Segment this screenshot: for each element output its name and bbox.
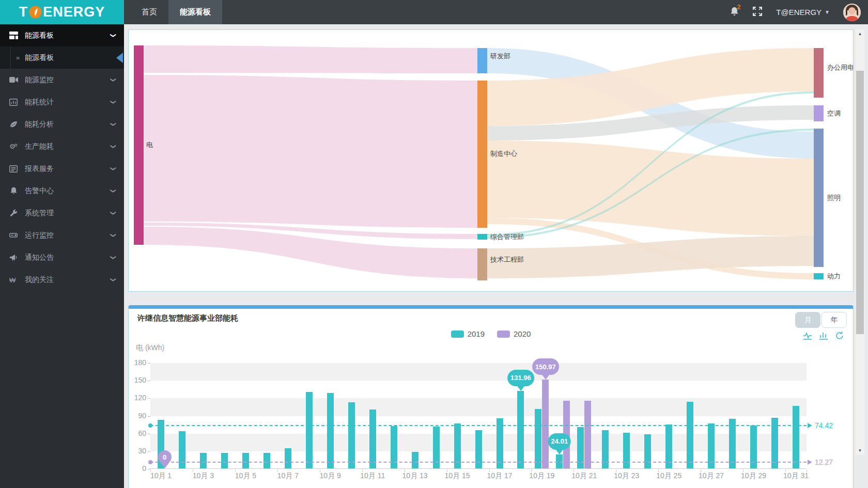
svg-text:⚙: ⚙ bbox=[14, 143, 18, 148]
x-axis-tick-label: 10月 21 bbox=[563, 471, 606, 481]
y-axis-tick-label: 90 bbox=[129, 412, 146, 420]
sankey-node-bangongyongdian[interactable] bbox=[814, 48, 824, 98]
sidebar-item-won[interactable]: ₩我的关注❯ bbox=[0, 269, 124, 291]
refresh-icon[interactable] bbox=[835, 331, 845, 342]
sankey-node-dian[interactable] bbox=[134, 45, 144, 245]
year-toggle-button[interactable]: 年 bbox=[822, 312, 847, 328]
tab-home[interactable]: 首页 bbox=[130, 0, 168, 24]
y-axis-tick bbox=[148, 434, 150, 434]
average-value-label: 12.27 bbox=[815, 458, 833, 466]
x-axis-tick bbox=[807, 469, 807, 472]
sidebar-item-label: 报表服务 bbox=[25, 164, 54, 174]
sidebar-item-report[interactable]: 报表服务❯ bbox=[0, 158, 124, 180]
chevron-down-icon: ▼ bbox=[825, 9, 830, 15]
bar-2020 bbox=[542, 380, 549, 468]
sidebar-item-gears[interactable]: ⚙⚙生产能耗❯ bbox=[0, 135, 124, 158]
sankey-label-yanfabu: 研发部 bbox=[490, 52, 510, 60]
logo-leaf-icon bbox=[28, 5, 42, 19]
legend-item-2020[interactable]: 2020 bbox=[497, 329, 531, 338]
markline-start-dot bbox=[148, 460, 152, 464]
average-value-label: 74.42 bbox=[815, 421, 833, 430]
bar-2019 bbox=[535, 409, 541, 468]
sankey-label-dian: 电 bbox=[146, 141, 153, 149]
fullscreen-button[interactable] bbox=[752, 6, 763, 19]
x-axis-tick bbox=[658, 469, 659, 472]
avatar[interactable] bbox=[843, 4, 861, 21]
sidebar-item-stats[interactable]: 能耗统计❯ bbox=[0, 91, 124, 113]
bar-2019 bbox=[687, 402, 693, 468]
sankey-node-kongtiao[interactable] bbox=[814, 105, 824, 121]
sankey-node-zongheguanlibu[interactable] bbox=[477, 234, 487, 240]
drive-icon bbox=[8, 231, 19, 240]
sidebar-item-label: 能耗统计 bbox=[25, 98, 54, 107]
chevron-down-icon: ❯ bbox=[110, 211, 117, 215]
y-axis-tick bbox=[148, 381, 150, 381]
x-axis-tick-label: 10月 5 bbox=[224, 471, 267, 481]
sankey-node-zhizaozhongxin[interactable] bbox=[477, 81, 487, 228]
legend-label: 2019 bbox=[468, 329, 485, 338]
sidebar-subitem-energy-dashboard[interactable]: »能源看板 bbox=[10, 46, 124, 69]
y-axis-tick bbox=[148, 416, 150, 417]
sidebar-item-label: 我的关注 bbox=[25, 275, 54, 285]
bar-2019 bbox=[369, 410, 376, 468]
sankey-node-dongli[interactable] bbox=[814, 273, 824, 279]
y-axis-tick-label: 180 bbox=[129, 358, 146, 367]
card-accent-bar bbox=[129, 305, 853, 309]
bar-2019 bbox=[264, 453, 270, 468]
sidebar-item-label: 通知公告 bbox=[25, 253, 54, 262]
sankey-label-bangongyongdian: 办公用电 bbox=[827, 64, 853, 71]
x-axis-tick bbox=[616, 469, 616, 472]
leaf-icon bbox=[8, 120, 19, 129]
scrollbar-thumb[interactable] bbox=[856, 71, 864, 334]
markpoint-2020: 150.97 bbox=[532, 358, 559, 380]
sidebar-item-bell[interactable]: 告警中心❯ bbox=[0, 180, 124, 202]
sankey-label-zhaoming: 照明 bbox=[827, 194, 841, 201]
x-axis-tick bbox=[193, 469, 193, 472]
stats-icon bbox=[8, 98, 19, 106]
chevron-down-icon: ❯ bbox=[110, 144, 117, 149]
month-toggle-button[interactable]: 月 bbox=[795, 312, 820, 328]
sankey-node-jishugongchengbu[interactable] bbox=[477, 248, 487, 280]
x-axis-tick bbox=[531, 469, 532, 472]
sankey-node-zhaoming[interactable] bbox=[814, 129, 824, 267]
scrollbar-down-button[interactable]: ▼ bbox=[856, 446, 864, 455]
x-axis-tick bbox=[743, 469, 743, 472]
report-icon bbox=[8, 165, 19, 173]
bar-2019 bbox=[221, 453, 228, 468]
chevron-down-icon: ❯ bbox=[110, 100, 117, 104]
sidebar-item-drive[interactable]: 运行监控❯ bbox=[0, 224, 124, 246]
y-axis-tick bbox=[148, 451, 150, 452]
notification-bell[interactable]: 2 bbox=[730, 7, 739, 18]
sidebar-item-leaf[interactable]: 能耗分析❯ bbox=[0, 113, 124, 135]
y-axis-tick bbox=[148, 398, 150, 399]
page-scrollbar[interactable]: ▲ ▼ bbox=[856, 29, 864, 455]
sidebar: 能源看板❯»能源看板能源监控❯能耗统计❯能耗分析❯⚙⚙生产能耗❯报表服务❯告警中… bbox=[0, 24, 124, 488]
bell-icon bbox=[8, 187, 19, 195]
y-axis-tick bbox=[148, 363, 150, 364]
bar-2019 bbox=[623, 433, 630, 469]
x-axis-tick bbox=[150, 469, 151, 472]
sidebar-item-megaphone[interactable]: 通知公告❯ bbox=[0, 246, 124, 269]
sidebar-item-wrench[interactable]: 系统管理❯ bbox=[0, 202, 124, 224]
chevron-down-icon: ❯ bbox=[110, 188, 117, 193]
sidebar-item-label: 系统管理 bbox=[25, 209, 54, 218]
bar-2019 bbox=[285, 448, 291, 468]
sankey-label-kongtiao: 空调 bbox=[827, 109, 841, 117]
scrollbar-up-button[interactable]: ▲ bbox=[856, 29, 864, 38]
flow-dian-yanfabu bbox=[144, 45, 477, 73]
active-item-arrow-icon bbox=[116, 53, 123, 63]
legend-item-2019[interactable]: 2019 bbox=[451, 329, 485, 338]
x-axis-tick bbox=[447, 469, 447, 472]
chart-title: 许继信息智慧能源事业部能耗 bbox=[137, 313, 238, 323]
x-axis-tick bbox=[320, 469, 320, 472]
bar-2019 bbox=[517, 391, 524, 468]
markpoint-2019: 24.01 bbox=[548, 433, 571, 454]
sidebar-item-energy-dashboard[interactable]: 能源看板❯ bbox=[0, 24, 124, 46]
bar-chart-toggle-icon[interactable] bbox=[819, 331, 829, 342]
sankey-node-yanfabu[interactable] bbox=[477, 48, 487, 73]
sankey-card: 电 研发部 制造中心 综合管理部 技术工程部 办公用电 空调 照明 动力 bbox=[128, 29, 854, 292]
sidebar-item-camera[interactable]: 能源监控❯ bbox=[0, 69, 124, 91]
line-chart-toggle-icon[interactable] bbox=[803, 331, 813, 342]
tab-energy-dashboard[interactable]: 能源看板 bbox=[168, 0, 222, 24]
user-menu[interactable]: T@ENERGY ▼ bbox=[776, 8, 830, 17]
